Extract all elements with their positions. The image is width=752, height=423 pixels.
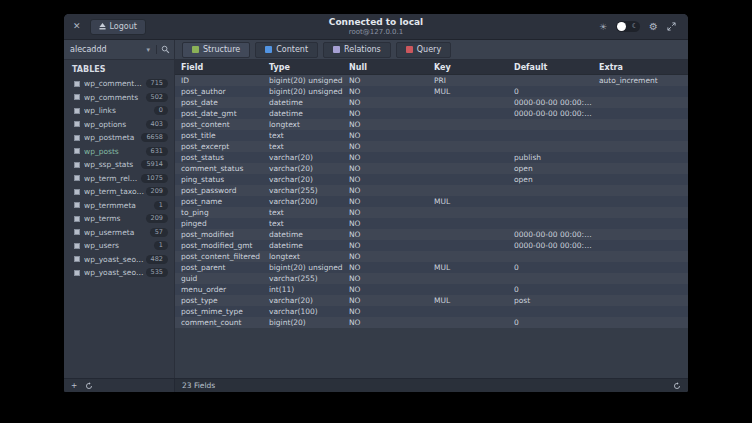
table-row[interactable]: post_namevarchar(200)NOMUL xyxy=(175,196,688,207)
sidebar-item-wp_terms[interactable]: wp_terms209 xyxy=(64,212,174,226)
row-count-badge: 535 xyxy=(146,268,168,277)
table-row[interactable]: post_passwordvarchar(255)NO xyxy=(175,185,688,196)
table-row[interactable]: post_authorbigint(20) unsignedNOMUL0 xyxy=(175,86,688,97)
sidebar-item-wp_termmeta[interactable]: wp_termmeta1 xyxy=(64,199,174,213)
table-row[interactable]: post_date_gmtdatetimeNO0000-00-00 00:00:… xyxy=(175,108,688,119)
sidebar-item-wp_postmeta[interactable]: wp_postmeta6658 xyxy=(64,131,174,145)
content-tab-icon xyxy=(265,46,272,53)
tab-query[interactable]: Query xyxy=(396,42,451,58)
database-dropdown[interactable]: alecaddd ▾ xyxy=(64,40,156,59)
column-header-extra[interactable]: Extra xyxy=(593,63,688,72)
refresh-tables-icon[interactable] xyxy=(85,382,93,390)
table-row[interactable]: post_content_filteredlongtextNO xyxy=(175,251,688,262)
table-row[interactable]: post_datedatetimeNO0000-00-00 00:00:00 xyxy=(175,97,688,108)
column-header-null[interactable]: Null xyxy=(343,63,428,72)
cell-null: NO xyxy=(343,175,428,184)
cell-field: post_date xyxy=(175,98,263,107)
sidebar-item-wp_options[interactable]: wp_options403 xyxy=(64,118,174,132)
cell-default: 0 xyxy=(508,285,593,294)
tab-relations[interactable]: Relations xyxy=(323,42,391,58)
column-header-default[interactable]: Default xyxy=(508,63,593,72)
dark-mode-icon: ☾ xyxy=(632,22,638,31)
sidebar-item-wp_yoast_seo_meta[interactable]: wp_yoast_seo_meta535 xyxy=(64,266,174,280)
sidebar-item-wp_posts[interactable]: wp_posts631 xyxy=(64,145,174,159)
cell-type: varchar(20) xyxy=(263,164,343,173)
row-count-badge: 1 xyxy=(154,241,168,250)
table-row[interactable]: post_excerpttextNO xyxy=(175,141,688,152)
row-count-badge: 5914 xyxy=(141,160,168,169)
cell-field: post_content xyxy=(175,120,263,129)
tab-structure[interactable]: Structure xyxy=(182,42,250,58)
cell-type: text xyxy=(263,208,343,217)
logout-button[interactable]: Logout xyxy=(90,19,146,35)
cell-field: post_excerpt xyxy=(175,142,263,151)
table-row[interactable]: post_modifieddatetimeNO0000-00-00 00:00:… xyxy=(175,229,688,240)
table-row[interactable]: comment_countbigint(20)NO0 xyxy=(175,317,688,328)
column-header-type[interactable]: Type xyxy=(263,63,343,72)
connection-selector-area: alecaddd ▾ xyxy=(64,40,175,59)
sidebar-item-wp_term_relationships[interactable]: wp_term_relationships1075 xyxy=(64,172,174,186)
cell-default: 0 xyxy=(508,87,593,96)
search-button[interactable] xyxy=(156,45,174,54)
cell-null: NO xyxy=(343,307,428,316)
column-header-field[interactable]: Field xyxy=(175,63,263,72)
close-window-button[interactable]: ✕ xyxy=(73,22,81,31)
table-row[interactable]: post_contentlongtextNO xyxy=(175,119,688,130)
table-row[interactable]: comment_statusvarchar(20)NOopen xyxy=(175,163,688,174)
cell-type: varchar(20) xyxy=(263,296,343,305)
sidebar-item-wp_links[interactable]: wp_links0 xyxy=(64,104,174,118)
row-count-badge: 57 xyxy=(150,228,168,237)
sidebar-item-wp_ssp_stats[interactable]: wp_ssp_stats5914 xyxy=(64,158,174,172)
table-row[interactable]: post_modified_gmtdatetimeNO0000-00-00 00… xyxy=(175,240,688,251)
fullscreen-icon[interactable] xyxy=(667,22,676,31)
refresh-grid-icon[interactable] xyxy=(673,382,681,390)
cell-field: post_mime_type xyxy=(175,307,263,316)
table-row[interactable]: guidvarchar(255)NO xyxy=(175,273,688,284)
cell-type: bigint(20) unsigned xyxy=(263,76,343,85)
dark-mode-toggle[interactable]: ☾ xyxy=(616,21,640,32)
sidebar-item-wp_term_taxonomy[interactable]: wp_term_taxonomy209 xyxy=(64,185,174,199)
cell-key: MUL xyxy=(428,263,508,272)
table-row[interactable]: menu_orderint(11)NO0 xyxy=(175,284,688,295)
table-row[interactable]: post_mime_typevarchar(100)NO xyxy=(175,306,688,317)
sidebar-item-wp_comments[interactable]: wp_comments502 xyxy=(64,91,174,105)
table-name: wp_options xyxy=(84,120,146,129)
table-row[interactable]: post_typevarchar(20)NOMULpost xyxy=(175,295,688,306)
table-icon xyxy=(74,94,80,100)
cell-key: MUL xyxy=(428,197,508,206)
tab-content[interactable]: Content xyxy=(255,42,318,58)
sidebar-item-wp_usermeta[interactable]: wp_usermeta57 xyxy=(64,226,174,240)
table-icon xyxy=(74,270,80,276)
table-name: wp_postmeta xyxy=(84,133,141,142)
settings-gear-icon[interactable]: ⚙ xyxy=(649,21,658,32)
column-header-key[interactable]: Key xyxy=(428,63,508,72)
sidebar-item-wp_yoast_seo_links[interactable]: wp_yoast_seo_links482 xyxy=(64,253,174,267)
table-row[interactable]: IDbigint(20) unsignedNOPRIauto_increment xyxy=(175,75,688,86)
table-name: wp_links xyxy=(84,106,154,115)
row-count-badge: 6658 xyxy=(141,133,168,142)
table-name: wp_posts xyxy=(84,147,146,156)
add-table-button[interactable]: + xyxy=(71,381,77,390)
table-row[interactable]: post_parentbigint(20) unsignedNOMUL0 xyxy=(175,262,688,273)
table-row[interactable]: post_titletextNO xyxy=(175,130,688,141)
cell-type: text xyxy=(263,142,343,151)
table-row[interactable]: pingedtextNO xyxy=(175,218,688,229)
cell-default: 0000-00-00 00:00:00 xyxy=(508,230,593,239)
cell-field: ID xyxy=(175,76,263,85)
table-row[interactable]: post_statusvarchar(20)NOpublish xyxy=(175,152,688,163)
cell-type: varchar(200) xyxy=(263,197,343,206)
table-name: wp_ssp_stats xyxy=(84,160,141,169)
table-row[interactable]: ping_statusvarchar(20)NOopen xyxy=(175,174,688,185)
sidebar-item-wp_users[interactable]: wp_users1 xyxy=(64,239,174,253)
row-count-badge: 209 xyxy=(146,187,168,196)
cell-null: NO xyxy=(343,120,428,129)
sidebar-item-wp_commentmeta[interactable]: wp_commentmeta715 xyxy=(64,77,174,91)
cell-type: longtext xyxy=(263,120,343,129)
cell-default: post xyxy=(508,296,593,305)
table-icon xyxy=(74,202,80,208)
table-row[interactable]: to_pingtextNO xyxy=(175,207,688,218)
row-count-badge: 502 xyxy=(146,93,168,102)
toolbar: alecaddd ▾ StructureContentRelationsQuer… xyxy=(64,40,688,60)
cell-default: 0 xyxy=(508,318,593,327)
cell-field: post_author xyxy=(175,87,263,96)
